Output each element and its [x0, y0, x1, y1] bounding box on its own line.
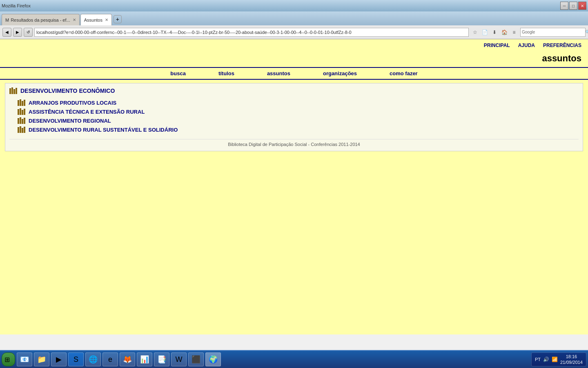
- window-controls: ─ □ ✕: [560, 2, 586, 10]
- item-label-3[interactable]: DESENVOLVIMENTO REGIONAL: [29, 118, 111, 124]
- tray-time-display: 18:16: [560, 354, 583, 359]
- cat-nav-busca[interactable]: busca: [170, 70, 186, 76]
- tray-network-icon[interactable]: 📶: [552, 357, 558, 362]
- bookmark-icon[interactable]: 📄: [480, 28, 489, 37]
- search-submit-icon[interactable]: 🔍: [585, 28, 588, 36]
- download-icon[interactable]: ⬇: [490, 28, 499, 37]
- title-bar-left: Mozilla Firefox: [2, 3, 31, 8]
- tray-volume-icon[interactable]: 🔊: [543, 357, 549, 362]
- refresh-button[interactable]: ↺: [24, 28, 33, 37]
- back-button[interactable]: ◀: [2, 28, 11, 37]
- address-bar: ◀ ▶ ↺ ☆ 📄 ⬇ 🏠 ≡ Google 🔍: [0, 25, 588, 39]
- tab-label-results: Resultados da pesquisa - ef...: [11, 18, 70, 22]
- tab-label-assuntos: Assuntos: [84, 18, 102, 22]
- page-title-area: assuntos: [0, 52, 588, 67]
- nav-principal[interactable]: PRINCIPAL: [484, 43, 510, 48]
- taskbar-item-ppt[interactable]: 📑: [154, 352, 169, 366]
- content-footer: Biblioteca Digital de Participação Socia…: [9, 139, 579, 147]
- item-book-icon-2: [18, 108, 25, 115]
- category-nav: busca títulos assuntos organizações como…: [0, 67, 588, 80]
- content-box: DESENVOLVIMENTO ECONÔMICO ARRANJOS PRODU…: [5, 83, 583, 151]
- nav-ajuda[interactable]: AJUDA: [518, 43, 535, 48]
- list-item: ARRANJOS PRODUTIVOS LOCAIS: [9, 98, 579, 107]
- maximize-button[interactable]: □: [569, 2, 577, 10]
- tray-clock: 18:16 21/09/2014: [560, 354, 583, 366]
- nav-preferencias[interactable]: PREFERÊNCIAS: [543, 43, 581, 48]
- toolbar-icons: ☆ 📄 ⬇ 🏠 ≡: [470, 28, 519, 37]
- taskbar-item-email[interactable]: 📧: [17, 352, 32, 366]
- search-box: Google 🔍: [520, 28, 586, 37]
- item-book-icon-4: [18, 126, 25, 133]
- taskbar-item-word[interactable]: W: [171, 352, 187, 366]
- page-area: PRINCIPAL AJUDA PREFERÊNCIAS assuntos bu…: [0, 39, 588, 334]
- taskbar-item-media[interactable]: ▶: [51, 352, 67, 366]
- home-icon[interactable]: 🏠: [500, 28, 509, 37]
- page-title: assuntos: [542, 53, 581, 63]
- section-book-icon: [9, 88, 17, 94]
- tray-date-display: 21/09/2014: [560, 359, 583, 365]
- close-button[interactable]: ✕: [578, 2, 586, 10]
- search-engine-label: Google: [521, 30, 536, 34]
- tab-assuntos[interactable]: Assuntos ✕: [80, 14, 112, 25]
- windows-logo-icon: ⊞: [4, 356, 10, 364]
- search-input[interactable]: [536, 30, 585, 35]
- item-book-icon-3: [18, 117, 25, 124]
- list-item: DESENVOLVIMENTO RURAL SUSTENTÁVEL E SOLI…: [9, 125, 579, 134]
- title-bar: Mozilla Firefox ─ □ ✕: [0, 0, 588, 11]
- forward-button[interactable]: ▶: [13, 28, 22, 37]
- taskbar-item-ie[interactable]: e: [102, 352, 118, 366]
- tab-bar: M Resultados da pesquisa - ef... ✕ Assun…: [0, 11, 588, 25]
- taskbar-item-skype[interactable]: S: [68, 352, 84, 366]
- item-label-4[interactable]: DESENVOLVIMENTO RURAL SUSTENTÁVEL E SOLI…: [29, 127, 178, 133]
- address-input[interactable]: [34, 28, 469, 37]
- taskbar-item-chrome[interactable]: 🌐: [85, 352, 101, 366]
- menu-icon[interactable]: ≡: [510, 28, 519, 37]
- system-tray: PT 🔊 📶 18:16 21/09/2014: [531, 352, 586, 366]
- minimize-button[interactable]: ─: [560, 2, 568, 10]
- taskbar: ⊞ 📧 📁 ▶ S 🌐 e 🦊 📊 📑 W ⬛ 🌍 PT 🔊 📶 18:16 2…: [0, 350, 588, 368]
- new-tab-button[interactable]: +: [114, 15, 122, 23]
- list-item: DESENVOLVIMENTO REGIONAL: [9, 116, 579, 125]
- start-button[interactable]: ⊞: [2, 352, 15, 366]
- list-item: ASSISTÊNCIA TÉCNICA E EXTENSÃO RURAL: [9, 107, 579, 116]
- taskbar-item-network[interactable]: 🌍: [205, 352, 221, 366]
- browser-title: Mozilla Firefox: [2, 3, 31, 8]
- item-label-1[interactable]: ARRANJOS PRODUTIVOS LOCAIS: [29, 100, 116, 106]
- tab-close-assuntos[interactable]: ✕: [105, 18, 108, 22]
- item-book-icon-1: [18, 99, 25, 106]
- cat-nav-titulos[interactable]: títulos: [218, 70, 234, 76]
- taskbar-item-firefox[interactable]: 🦊: [120, 352, 135, 366]
- tray-language: PT: [535, 357, 541, 362]
- star-icon[interactable]: ☆: [470, 28, 479, 37]
- tab-results[interactable]: M Resultados da pesquisa - ef... ✕: [2, 14, 80, 25]
- item-label-2[interactable]: ASSISTÊNCIA TÉCNICA E EXTENSÃO RURAL: [29, 109, 145, 115]
- gmail-icon: M: [5, 18, 9, 22]
- section-header: DESENVOLVIMENTO ECONÔMICO: [9, 88, 579, 94]
- taskbar-item-excel[interactable]: 📊: [137, 352, 152, 366]
- top-nav: PRINCIPAL AJUDA PREFERÊNCIAS: [0, 39, 588, 52]
- cat-nav-organizacoes[interactable]: organizações: [323, 70, 357, 76]
- taskbar-item-files[interactable]: 📁: [34, 352, 49, 366]
- section-title[interactable]: DESENVOLVIMENTO ECONÔMICO: [20, 88, 115, 94]
- cat-nav-assuntos[interactable]: assuntos: [267, 70, 290, 76]
- tab-close-results[interactable]: ✕: [73, 18, 76, 22]
- cat-nav-comofazer[interactable]: como fazer: [390, 70, 418, 76]
- taskbar-item-terminal[interactable]: ⬛: [188, 352, 204, 366]
